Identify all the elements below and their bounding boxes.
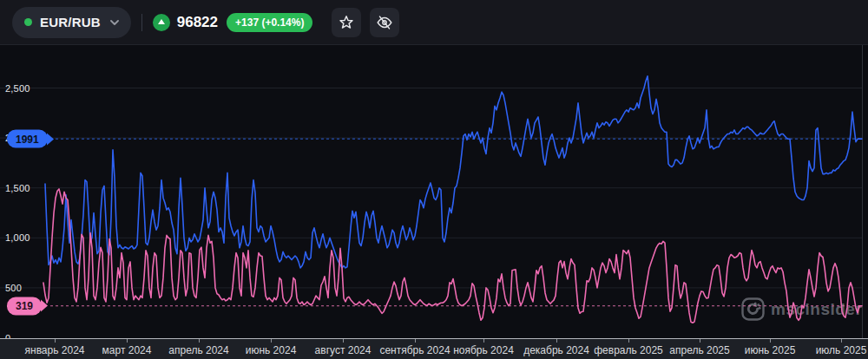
pink-price-tag: 319 [7,297,42,315]
time-tick [127,339,128,343]
y-axis-label: 500 [5,283,22,293]
y-axis-label: 2,500 [5,83,30,94]
time-tick [841,339,842,343]
x-axis-label: январь 2024 [25,344,85,356]
trend-up-icon [153,14,170,31]
price-tag-value: 1991 [16,133,39,145]
chart-pane[interactable]: mscinsider 2,5002,0001,5001,0005000 1991… [0,45,868,359]
x-axis-label: ноябрь 2024 [453,344,514,356]
favorite-button[interactable] [332,8,361,37]
time-tick [483,339,484,343]
chart-canvas[interactable] [0,45,868,359]
y-axis-label: 1,000 [5,232,30,243]
trading-widget: EUR/RUB 96822 +137 (+0.14%) [0,0,868,359]
symbol-status-dot-icon [24,18,32,26]
x-axis-label: март 2024 [102,344,152,356]
time-tick [700,339,700,343]
time-tick [343,339,344,343]
blue-price-tag: 1991 [7,130,48,148]
chevron-down-icon [110,20,119,25]
toolbar-divider [141,14,142,31]
symbol-selector[interactable]: EUR/RUB [12,7,131,38]
x-axis-label: август 2024 [315,344,372,356]
time-tick [628,339,629,343]
blue-series-line [45,76,862,268]
y-axis-label: 1,500 [5,183,30,193]
x-axis-label: июнь 2025 [745,344,796,356]
time-tick [55,339,56,343]
star-icon [337,13,356,32]
x-axis-label: июнь 2024 [246,344,297,356]
x-axis-label: сентябрь 2024 [379,344,450,356]
x-axis-label: июль 2025 [816,344,867,356]
hide-button[interactable] [370,8,399,37]
price-value: 96822 [177,14,218,31]
time-tick [415,339,416,343]
time-tick [770,339,771,343]
change-badge: +137 (+0.14%) [227,13,312,32]
symbol-label: EUR/RUB [40,15,101,29]
toolbar: EUR/RUB 96822 +137 (+0.14%) [0,0,868,45]
time-tick [199,339,200,343]
x-axis-label: декабрь 2024 [523,344,589,356]
price-tag-value: 319 [16,300,33,312]
time-axis[interactable]: январь 2024март 2024апрель 2024июнь 2024… [0,338,868,359]
time-tick [556,339,557,343]
eye-off-icon [375,13,394,32]
x-axis-label: апрель 2025 [669,344,729,356]
x-axis-label: февраль 2025 [594,344,663,356]
time-tick [271,339,272,343]
x-axis-label: апрель 2024 [168,344,228,356]
